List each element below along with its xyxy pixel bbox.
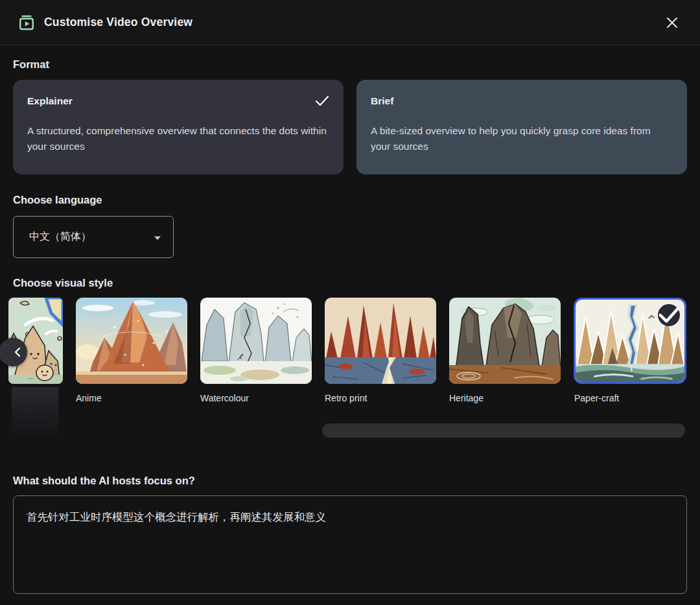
format-option-title: Brief: [371, 95, 673, 107]
selected-style-check-icon: [658, 304, 680, 326]
selected-check-icon: [315, 95, 329, 109]
visual-style-heading: Choose visual style: [13, 277, 113, 289]
style-label-watercolour: Watercolour: [200, 393, 249, 403]
format-option-brief[interactable]: Brief A bite-sized overview to help you …: [356, 80, 687, 174]
focus-heading: What should the AI hosts focus on?: [13, 475, 195, 487]
language-select[interactable]: 中文（简体）: [13, 216, 174, 258]
carousel-prev-button[interactable]: [0, 338, 27, 366]
format-heading: Format: [13, 58, 49, 71]
carousel-edge-shadow: [12, 387, 58, 438]
format-option-description: A bite-sized overview to help you quickl…: [371, 123, 673, 154]
style-thumb-retro-print[interactable]: [325, 298, 436, 384]
format-option-description: A structured, comprehensive overview tha…: [27, 123, 329, 154]
chevron-down-icon: [154, 231, 161, 243]
dialog-title: Customise Video Overview: [44, 16, 192, 29]
language-heading: Choose language: [13, 194, 102, 206]
dialog-header: Customise Video Overview: [0, 0, 700, 45]
customise-video-overview-dialog: Customise Video Overview Format Explaine…: [0, 0, 700, 605]
close-icon[interactable]: [662, 13, 682, 32]
chevron-left-icon: [14, 347, 21, 357]
carousel-scrollbar[interactable]: [322, 423, 685, 438]
style-thumb-watercolour[interactable]: [200, 298, 312, 384]
style-thumb-paper-craft[interactable]: [574, 298, 686, 384]
style-thumb-anime[interactable]: [76, 298, 187, 384]
style-label-heritage: Heritage: [449, 393, 484, 403]
video-overview-icon: [18, 14, 35, 31]
focus-input[interactable]: 首先针对工业时序模型这个概念进行解析，再阐述其发展和意义: [13, 495, 687, 594]
style-label-paper-craft: Paper-craft: [574, 393, 619, 403]
language-selected-value: 中文（简体）: [29, 230, 91, 244]
format-option-explainer[interactable]: Explainer A structured, comprehensive ov…: [13, 80, 344, 174]
style-label-anime: Anime: [76, 393, 102, 403]
style-label-retro-print: Retro print: [325, 393, 367, 403]
style-thumb-heritage[interactable]: [449, 298, 561, 384]
format-option-title: Explainer: [27, 95, 329, 107]
